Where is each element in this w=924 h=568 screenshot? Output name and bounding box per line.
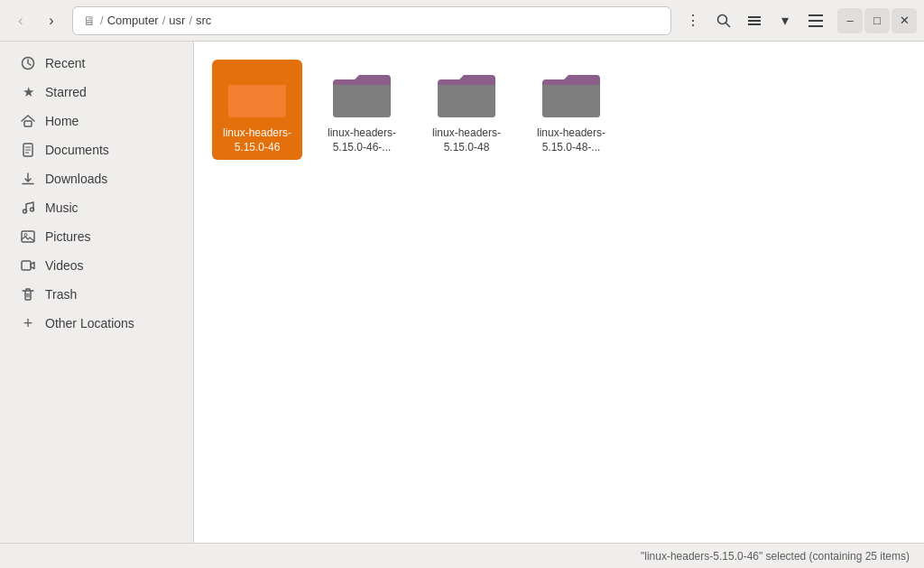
path-usr[interactable]: usr [169,14,185,27]
overflow-menu-button[interactable]: ⋮ [679,6,707,35]
svg-point-15 [23,210,27,213]
window-controls: – □ ✕ [837,8,917,33]
path-computer[interactable]: Computer [107,14,159,27]
file-item-2[interactable]: linux-headers-5.15.0-46-... [317,60,407,160]
sidebar-item-downloads[interactable]: Downloads [5,164,188,193]
files-grid: linux-headers-5.15.0-46 linux-headers-5.… [212,60,906,160]
hamburger-button[interactable] [801,6,830,35]
statusbar: "linux-headers-5.15.0-46" selected (cont… [0,543,924,568]
sidebar-item-starred[interactable]: ★ Starred [5,78,188,107]
svg-point-18 [24,234,27,237]
sidebar-item-documents-label: Documents [45,143,109,157]
svg-rect-2 [748,16,761,18]
path-bar: 🖥 / Computer / usr / src [72,6,671,35]
recent-icon [20,55,36,71]
titlebar: ‹ › 🖥 / Computer / usr / src ⋮ ▾ [0,0,924,42]
file-name-2: linux-headers-5.15.0-46-... [322,126,402,154]
minimize-button[interactable]: – [837,8,863,33]
svg-rect-19 [22,261,31,270]
svg-rect-5 [808,14,823,16]
svg-rect-4 [748,23,761,25]
view-toggle-button[interactable]: ▾ [771,6,799,35]
file-item-4[interactable]: linux-headers-5.15.0-48-... [526,60,616,160]
sidebar-item-downloads-label: Downloads [45,172,107,186]
computer-icon: 🖥 [82,14,97,28]
status-text: "linux-headers-5.15.0-46" selected (cont… [641,550,910,563]
pictures-icon [20,228,36,245]
sidebar-item-music-label: Music [45,200,79,215]
svg-rect-3 [748,20,761,22]
close-button[interactable]: ✕ [892,8,917,33]
file-area: linux-headers-5.15.0-46 linux-headers-5.… [194,42,924,543]
other-locations-icon: + [20,315,36,331]
main-layout: Recent ★ Starred Home Documents Download… [0,42,924,543]
sep3: / [189,14,192,27]
svg-rect-9 [24,121,32,126]
file-item-3[interactable]: linux-headers-5.15.0-48 [421,60,512,160]
folder-icon-2 [329,67,394,121]
svg-point-16 [31,208,34,211]
starred-icon: ★ [20,84,36,100]
sidebar-item-other-locations[interactable]: + Other Locations [5,309,188,338]
svg-rect-17 [22,231,34,242]
folder-icon-1 [225,67,290,121]
hamburger-icon [808,14,823,27]
sidebar-item-music[interactable]: Music [5,193,188,222]
search-button[interactable] [709,6,738,35]
sidebar-item-videos[interactable]: Videos [5,251,188,280]
sidebar-item-recent-label: Recent [45,56,85,70]
downloads-icon [20,171,36,187]
sidebar-item-trash[interactable]: Trash [5,280,188,309]
path-src[interactable]: src [196,14,211,27]
sidebar-item-home-label: Home [45,114,79,128]
file-name-3: linux-headers-5.15.0-48 [427,126,506,154]
file-name-4: linux-headers-5.15.0-48-... [531,126,611,154]
sidebar-item-starred-label: Starred [45,85,87,99]
music-icon [20,200,36,216]
home-icon [20,113,36,129]
sidebar: Recent ★ Starred Home Documents Download… [0,42,194,543]
folder-icon-4 [539,67,604,121]
maximize-button[interactable]: □ [864,8,890,33]
svg-line-1 [726,23,730,26]
file-item-1[interactable]: linux-headers-5.15.0-46 [212,60,302,160]
view-list-icon [747,14,762,28]
sidebar-item-trash-label: Trash [45,287,77,302]
back-button[interactable]: ‹ [7,7,34,34]
sep1: / [100,14,104,27]
sidebar-item-recent[interactable]: Recent [5,49,188,78]
header-actions: ⋮ ▾ [679,6,830,35]
sidebar-item-videos-label: Videos [45,258,84,273]
forward-button[interactable]: › [38,7,65,34]
sidebar-item-other-locations-label: Other Locations [45,316,134,331]
sidebar-item-pictures-label: Pictures [45,229,91,244]
svg-rect-7 [808,25,823,27]
videos-icon [20,257,36,274]
sep2: / [162,14,166,27]
sidebar-item-home[interactable]: Home [5,107,188,135]
search-icon [716,14,731,28]
documents-icon [20,142,36,158]
view-list-button[interactable] [740,6,769,35]
sidebar-item-pictures[interactable]: Pictures [5,222,188,251]
trash-icon [20,286,36,303]
file-name-1: linux-headers-5.15.0-46 [217,126,297,154]
folder-icon-3 [434,67,499,121]
sidebar-item-documents[interactable]: Documents [5,135,188,164]
svg-rect-6 [808,20,823,22]
